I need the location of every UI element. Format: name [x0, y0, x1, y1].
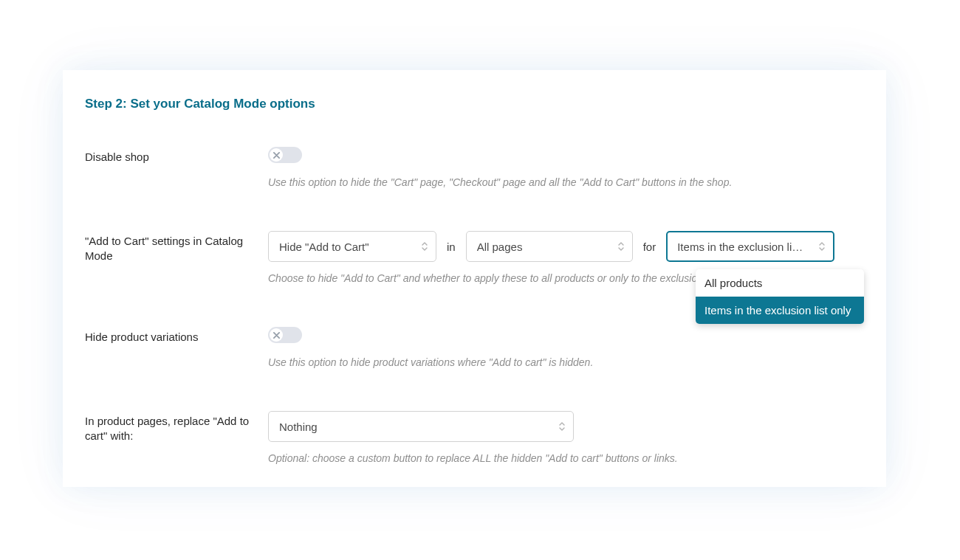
- select-replace-atc[interactable]: Nothing: [268, 411, 574, 442]
- atc-select-row: Hide "Add to Cart" in All pages for Item…: [268, 231, 864, 262]
- select-exclusion[interactable]: Items in the exclusion list o...: [666, 231, 834, 262]
- label-replace-atc: In product pages, replace "Add to cart" …: [85, 411, 268, 444]
- settings-panel: Step 2: Set your Catalog Mode options Di…: [63, 70, 886, 487]
- help-disable-shop: Use this option to hide the "Cart" page,…: [268, 176, 864, 188]
- body-atc-settings: Hide "Add to Cart" in All pages for Item…: [268, 231, 864, 284]
- toggle-disable-shop[interactable]: [268, 147, 302, 163]
- select-hide-atc[interactable]: Hide "Add to Cart": [268, 231, 436, 262]
- row-hide-variations: Hide product variations Use this option …: [85, 327, 864, 368]
- dropdown-option-exclusion-only[interactable]: Items in the exclusion list only: [696, 297, 864, 324]
- help-hide-variations: Use this option to hide product variatio…: [268, 356, 864, 368]
- toggle-knob: [270, 328, 283, 342]
- label-disable-shop: Disable shop: [85, 147, 268, 165]
- chevron-updown-icon: [617, 241, 625, 252]
- select-pages[interactable]: All pages: [466, 231, 633, 262]
- row-atc-settings: "Add to Cart" settings in Catalog Mode H…: [85, 231, 864, 284]
- label-hide-variations: Hide product variations: [85, 327, 268, 345]
- select-value: Nothing: [279, 421, 318, 433]
- chevron-updown-icon: [558, 421, 566, 432]
- close-icon: [273, 332, 280, 339]
- toggle-hide-variations[interactable]: [268, 327, 302, 343]
- word-for: for: [643, 241, 656, 253]
- chevron-updown-icon: [421, 241, 428, 252]
- help-replace-atc: Optional: choose a custom button to repl…: [268, 452, 864, 464]
- select-value: Items in the exclusion list o...: [677, 241, 808, 253]
- chevron-updown-icon: [818, 241, 826, 252]
- body-disable-shop: Use this option to hide the "Cart" page,…: [268, 147, 864, 188]
- select-value: Hide "Add to Cart": [279, 241, 369, 253]
- close-icon: [273, 152, 280, 159]
- word-in: in: [447, 241, 456, 253]
- toggle-knob: [270, 148, 283, 162]
- label-atc-settings: "Add to Cart" settings in Catalog Mode: [85, 231, 268, 264]
- body-replace-atc: Nothing Optional: choose a custom button…: [268, 411, 864, 464]
- dropdown-option-all-products[interactable]: All products: [696, 269, 864, 297]
- dropdown-exclusion: All products Items in the exclusion list…: [696, 269, 864, 324]
- select-value: All pages: [477, 241, 523, 253]
- body-hide-variations: Use this option to hide product variatio…: [268, 327, 864, 368]
- step-title: Step 2: Set your Catalog Mode options: [85, 97, 864, 111]
- row-disable-shop: Disable shop Use this option to hide the…: [85, 147, 864, 188]
- row-replace-atc: In product pages, replace "Add to cart" …: [85, 411, 864, 464]
